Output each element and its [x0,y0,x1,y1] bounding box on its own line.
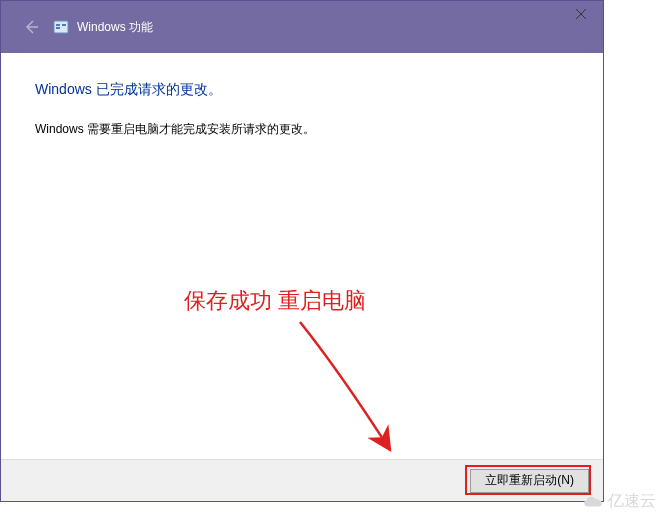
dialog-body-text: Windows 需要重启电脑才能完成安装所请求的更改。 [35,121,569,138]
restart-now-button[interactable]: 立即重新启动(N) [470,469,589,493]
svg-rect-3 [56,27,60,29]
back-arrow-icon[interactable] [19,15,43,39]
dialog-footer: 立即重新启动(N) [1,459,603,501]
windows-features-icon [53,19,69,35]
svg-rect-4 [62,24,66,26]
content-area: Windows 已完成请求的更改。 Windows 需要重启电脑才能完成安装所请… [1,53,603,138]
dialog-heading: Windows 已完成请求的更改。 [35,81,569,99]
window-title: Windows 功能 [77,19,153,36]
close-button[interactable] [558,0,604,28]
titlebar: Windows 功能 [1,1,603,53]
watermark-text: 亿速云 [608,491,656,512]
close-icon [576,9,586,19]
svg-rect-2 [56,24,60,26]
dialog-window: Windows 功能 Windows 已完成请求的更改。 Windows 需要重… [0,0,604,502]
